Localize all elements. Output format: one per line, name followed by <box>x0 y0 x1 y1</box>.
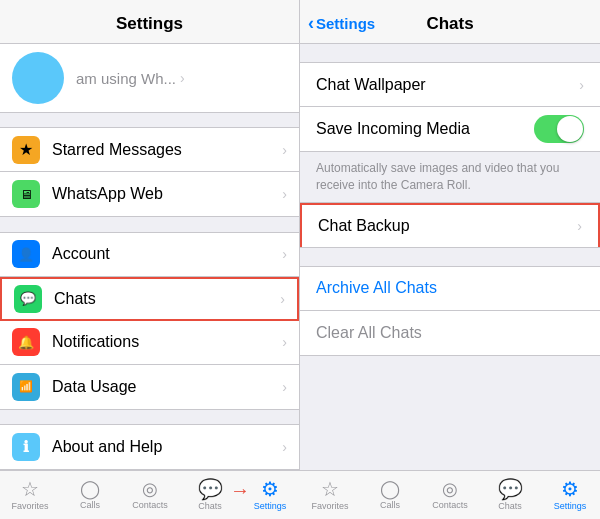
chat-backup-label: Chat Backup <box>318 217 577 235</box>
tab-favorites-right[interactable]: ☆ Favorites <box>300 471 360 519</box>
profile-status: am using Wh... <box>76 70 176 87</box>
chats-label: Chats <box>54 290 276 308</box>
chats-item[interactable]: 💬 Chats › <box>0 277 299 321</box>
right-tab-panel: ☆ Favorites ◯ Calls ◎ Contacts 💬 Chats ⚙… <box>300 471 600 519</box>
account-item[interactable]: 👤 Account › <box>0 233 299 277</box>
about-icon: ℹ <box>12 433 40 461</box>
tab-favorites-label: Favorites <box>11 501 48 511</box>
starred-messages-label: Starred Messages <box>52 141 278 159</box>
notifications-item[interactable]: 🔔 Notifications › <box>0 321 299 365</box>
tab-contacts-right[interactable]: ◎ Contacts <box>420 471 480 519</box>
calls-icon-right: ◯ <box>380 480 400 498</box>
chevron-icon: › <box>280 291 285 307</box>
chats-tab-icon-right: 💬 <box>498 479 523 499</box>
tab-chats-label: Chats <box>198 501 222 511</box>
right-title: Chats <box>426 14 473 34</box>
chats-group-2: Chat Backup › <box>300 202 600 248</box>
avatar <box>12 52 64 104</box>
chat-wallpaper-label: Chat Wallpaper <box>316 76 579 94</box>
chevron-icon: › <box>282 334 287 350</box>
whatsapp-web-icon: 🖥 <box>12 180 40 208</box>
chevron-icon: › <box>282 186 287 202</box>
spacer <box>0 113 299 127</box>
save-media-description: Automatically save images and video that… <box>300 152 600 202</box>
archive-all-chats-item[interactable]: Archive All Chats <box>300 267 600 311</box>
chevron-icon: › <box>282 246 287 262</box>
clear-all-chats-item[interactable]: Clear All Chats <box>300 311 600 355</box>
chats-group-1: Chat Wallpaper › Save Incoming Media <box>300 62 600 152</box>
about-help-item[interactable]: ℹ About and Help › <box>0 425 299 469</box>
tab-bar: ☆ Favorites ◯ Calls ◎ Contacts 💬 Chats →… <box>0 470 600 519</box>
data-usage-label: Data Usage <box>52 378 278 396</box>
chevron-icon: › <box>282 142 287 158</box>
archive-all-chats-label: Archive All Chats <box>316 279 584 297</box>
back-button[interactable]: ‹ Settings <box>308 13 375 34</box>
tab-favorites-left[interactable]: ☆ Favorites <box>0 471 60 519</box>
tab-settings-right[interactable]: ⚙ Settings <box>540 471 600 519</box>
back-chevron-icon: ‹ <box>308 13 314 34</box>
right-spacer1 <box>300 44 600 62</box>
chats-icon: 💬 <box>14 285 42 313</box>
contacts-icon-right: ◎ <box>442 480 458 498</box>
chat-wallpaper-item[interactable]: Chat Wallpaper › <box>300 63 600 107</box>
right-panel: ‹ Settings Chats Chat Wallpaper › Save I… <box>300 0 600 470</box>
account-label: Account <box>52 245 278 263</box>
contacts-icon: ◎ <box>142 480 158 498</box>
back-label: Settings <box>316 15 375 32</box>
notifications-icon: 🔔 <box>12 328 40 356</box>
notifications-label: Notifications <box>52 333 278 351</box>
tab-settings-label-right: Settings <box>554 501 587 511</box>
left-header: Settings <box>0 0 299 44</box>
tab-chats-right[interactable]: 💬 Chats <box>480 471 540 519</box>
whatsapp-web-item[interactable]: 🖥 WhatsApp Web › <box>0 172 299 216</box>
chevron-icon: › <box>579 77 584 93</box>
calls-icon: ◯ <box>80 480 100 498</box>
chats-group-3: Archive All Chats Clear All Chats <box>300 266 600 356</box>
data-usage-icon: 📶 <box>12 373 40 401</box>
tab-chats-label-right: Chats <box>498 501 522 511</box>
save-incoming-media-item[interactable]: Save Incoming Media <box>300 107 600 151</box>
tab-favorites-label-right: Favorites <box>311 501 348 511</box>
settings-group-3: ℹ About and Help › <box>0 424 299 470</box>
tab-calls-label-right: Calls <box>380 500 400 510</box>
whatsapp-web-label: WhatsApp Web <box>52 185 278 203</box>
spacer3 <box>0 410 299 424</box>
chevron-icon: › <box>282 379 287 395</box>
about-help-label: About and Help <box>52 438 278 456</box>
data-usage-item[interactable]: 📶 Data Usage › <box>0 365 299 409</box>
favorites-icon: ☆ <box>21 479 39 499</box>
clear-all-chats-label: Clear All Chats <box>316 324 584 342</box>
arrow-right-icon: → <box>230 479 262 502</box>
star-icon: ★ <box>12 136 40 164</box>
settings-group-2: 👤 Account › 💬 Chats › 🔔 Notifications › … <box>0 232 299 410</box>
chevron-icon: › <box>282 439 287 455</box>
tab-calls-right[interactable]: ◯ Calls <box>360 471 420 519</box>
settings-group-1: ★ Starred Messages › 🖥 WhatsApp Web › <box>0 127 299 217</box>
account-icon: 👤 <box>12 240 40 268</box>
left-panel: Settings am using Wh... › ★ Starred Mess… <box>0 0 300 470</box>
starred-messages-item[interactable]: ★ Starred Messages › <box>0 128 299 172</box>
tab-calls-left[interactable]: ◯ Calls <box>60 471 120 519</box>
save-incoming-media-label: Save Incoming Media <box>316 120 534 138</box>
tab-calls-label: Calls <box>80 500 100 510</box>
tab-contacts-left[interactable]: ◎ Contacts <box>120 471 180 519</box>
chats-tab-icon: 💬 <box>198 479 223 499</box>
save-media-toggle[interactable] <box>534 115 584 143</box>
right-spacer2 <box>300 248 600 266</box>
settings-icon: ⚙ <box>261 479 279 499</box>
tab-chats-left[interactable]: 💬 Chats → <box>180 471 240 519</box>
toggle-knob <box>557 116 583 142</box>
profile-row[interactable]: am using Wh... › <box>0 44 299 113</box>
tab-contacts-label: Contacts <box>132 500 168 510</box>
left-tab-panel: ☆ Favorites ◯ Calls ◎ Contacts 💬 Chats →… <box>0 471 300 519</box>
left-title: Settings <box>116 14 183 34</box>
favorites-icon-right: ☆ <box>321 479 339 499</box>
chat-backup-item[interactable]: Chat Backup › <box>300 203 600 247</box>
tab-settings-label: Settings <box>254 501 287 511</box>
right-header: ‹ Settings Chats <box>300 0 600 44</box>
chevron-icon: › <box>577 218 582 234</box>
settings-icon-right: ⚙ <box>561 479 579 499</box>
tab-contacts-label-right: Contacts <box>432 500 468 510</box>
spacer2 <box>0 217 299 231</box>
chevron-icon: › <box>180 70 185 86</box>
